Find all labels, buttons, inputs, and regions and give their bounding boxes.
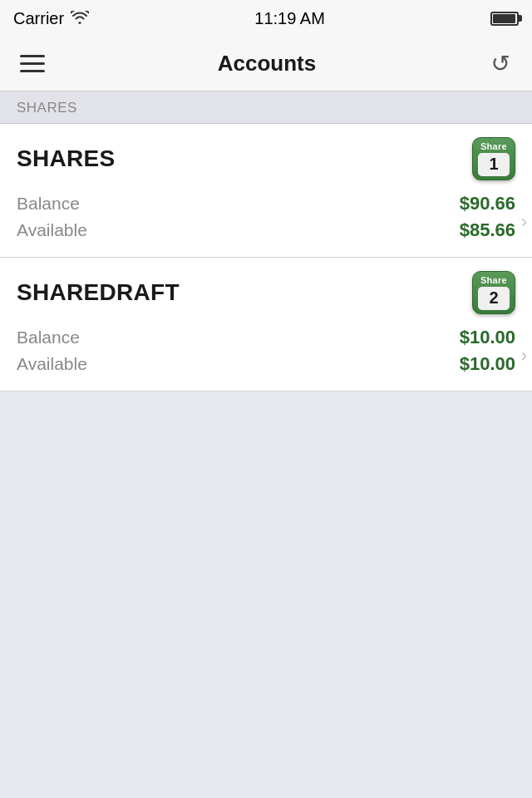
menu-button[interactable]	[17, 52, 48, 76]
refresh-icon: ↻	[491, 50, 510, 77]
balance-row-sharedraft: Balance $10.00	[17, 324, 515, 351]
balance-label-sharedraft: Balance	[17, 328, 80, 347]
available-value-shares: $85.66	[460, 219, 515, 241]
status-left: Carrier	[13, 9, 89, 28]
hamburger-line-3	[20, 70, 45, 72]
share-badge-number-1: 1	[489, 155, 498, 174]
share-badge-1: Share 1	[472, 137, 515, 180]
section-header: SHARES	[0, 91, 532, 124]
wifi-icon	[71, 9, 89, 28]
available-label-shares: Available	[17, 220, 87, 240]
share-badge-label-1: Share	[480, 142, 507, 151]
share-badge-number-container-1: 1	[478, 153, 510, 176]
chevron-shares: ›	[521, 211, 527, 233]
available-row-shares: Available $85.66	[17, 217, 515, 244]
section-header-label: SHARES	[17, 100, 77, 116]
account-balances-sharedraft[interactable]: Balance $10.00 Available $10.00 ›	[0, 321, 532, 391]
available-label-sharedraft: Available	[17, 354, 87, 374]
available-value-sharedraft: $10.00	[460, 353, 515, 375]
nav-bar: Accounts ↻	[0, 37, 532, 91]
share-badge-number-container-2: 2	[478, 287, 510, 310]
balance-value-sharedraft: $10.00	[460, 327, 515, 348]
carrier-label: Carrier	[13, 9, 64, 28]
battery-icon	[490, 12, 519, 26]
account-header-shares: SHARES Share 1	[0, 124, 532, 187]
status-right	[490, 12, 519, 26]
account-balances-shares[interactable]: Balance $90.66 Available $85.66 ›	[0, 187, 532, 257]
refresh-button[interactable]: ↻	[485, 49, 515, 79]
available-row-sharedraft: Available $10.00	[17, 351, 515, 377]
hamburger-line-1	[20, 55, 45, 57]
balance-label-shares: Balance	[17, 194, 80, 214]
share-badge-2: Share 2	[472, 271, 515, 314]
balance-value-shares: $90.66	[460, 193, 515, 214]
share-badge-number-2: 2	[489, 288, 498, 308]
balance-row-shares: Balance $90.66	[17, 190, 515, 217]
account-header-sharedraft: SHAREDRAFT Share 2	[0, 258, 532, 321]
account-name-sharedraft: SHAREDRAFT	[17, 279, 180, 306]
account-name-shares: SHARES	[17, 145, 116, 172]
chevron-sharedraft: ›	[521, 345, 527, 367]
hamburger-line-2	[20, 62, 45, 65]
page-title: Accounts	[218, 51, 316, 76]
account-card-sharedraft: SHAREDRAFT Share 2 Balance $10.00 Availa…	[0, 258, 532, 392]
share-badge-label-2: Share	[480, 276, 507, 285]
status-bar: Carrier 11:19 AM	[0, 0, 532, 37]
empty-area	[0, 392, 532, 724]
status-time: 11:19 AM	[254, 9, 325, 28]
account-card-shares: SHARES Share 1 Balance $90.66 Available …	[0, 124, 532, 258]
